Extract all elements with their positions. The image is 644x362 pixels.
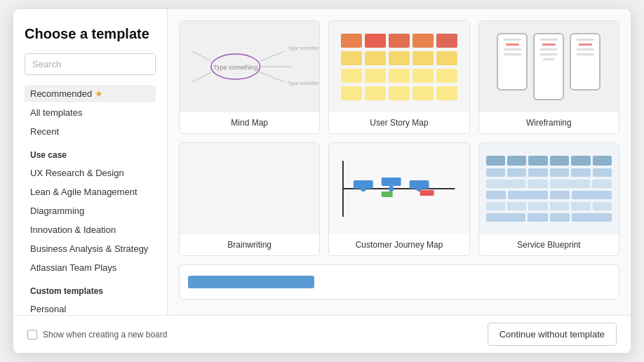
nav-label-ux-research: UX Research & Design bbox=[30, 168, 124, 178]
svg-point-15 bbox=[389, 186, 394, 192]
template-preview-service-blueprint bbox=[479, 143, 619, 234]
nav-item-diagramming[interactable]: Diagramming bbox=[25, 202, 156, 220]
svg-rect-12 bbox=[382, 177, 401, 186]
template-label-brainwriting: Brainwriting bbox=[180, 234, 319, 255]
template-label-service-blueprint: Service Blueprint bbox=[479, 234, 619, 255]
svg-rect-17 bbox=[382, 192, 393, 197]
nav-label-innovation: Innovation & Ideation bbox=[30, 224, 116, 235]
search-input[interactable] bbox=[25, 53, 156, 75]
nav-item-recent[interactable]: Recent bbox=[25, 123, 156, 140]
template-card-wireframing[interactable]: Wireframing bbox=[478, 20, 619, 134]
show-when-creating-checkbox[interactable] bbox=[27, 330, 37, 340]
template-card-mind-map[interactable]: Type something Type something Type somet… bbox=[179, 20, 320, 134]
nav-label-diagramming: Diagramming bbox=[30, 206, 84, 216]
modal-footer: Show when creating a new board Continue … bbox=[13, 315, 631, 353]
nav-label-business-analysis: Business Analysis & Strategy bbox=[30, 243, 148, 254]
nav-item-atlassian[interactable]: Atlassian Team Plays bbox=[25, 259, 156, 276]
nav-label-personal: Personal bbox=[30, 304, 66, 314]
nav-item-lean-agile[interactable]: Lean & Agile Management bbox=[25, 183, 156, 201]
svg-rect-18 bbox=[420, 190, 434, 196]
nav-item-all-templates[interactable]: All templates bbox=[25, 104, 156, 121]
template-card-service-blueprint[interactable]: Service Blueprint bbox=[478, 142, 619, 256]
nav-label-lean-agile: Lean & Agile Management bbox=[30, 187, 137, 197]
svg-text:Type something: Type something bbox=[288, 46, 319, 51]
svg-line-6 bbox=[192, 72, 211, 82]
template-preview-user-story-map bbox=[329, 21, 469, 112]
template-card-user-story-map[interactable]: User Story Map bbox=[328, 20, 469, 134]
nav-item-innovation[interactable]: Innovation & Ideation bbox=[25, 221, 156, 239]
template-label-cjm: Customer Journey Map bbox=[329, 234, 469, 255]
modal-body: Choose a template Recommended ★ All temp… bbox=[13, 9, 631, 315]
choose-template-modal: Choose a template Recommended ★ All temp… bbox=[13, 9, 631, 353]
template-preview-mind-map: Type something Type something Type somet… bbox=[180, 21, 319, 112]
nav-label-recommended: Recommended bbox=[30, 88, 92, 99]
mindmap-svg: Type something Type something Type somet… bbox=[180, 25, 319, 109]
template-card-brainwriting[interactable]: Brainwriting bbox=[179, 142, 320, 256]
modal-title: Choose a template bbox=[25, 26, 156, 42]
star-icon: ★ bbox=[95, 88, 103, 99]
checkbox-label: Show when creating a new board bbox=[43, 330, 167, 340]
nav-item-ux-research[interactable]: UX Research & Design bbox=[25, 164, 156, 182]
svg-line-2 bbox=[260, 51, 285, 61]
template-card-customer-journey-map[interactable]: Customer Journey Map bbox=[328, 142, 469, 256]
sidebar: Choose a template Recommended ★ All temp… bbox=[13, 9, 168, 315]
template-preview-wireframing bbox=[479, 21, 619, 112]
template-label-user-story-map: User Story Map bbox=[329, 112, 469, 133]
nav-item-recommended[interactable]: Recommended ★ bbox=[25, 85, 156, 102]
svg-text:Type something: Type something bbox=[288, 81, 319, 86]
nav-item-personal[interactable]: Personal bbox=[25, 300, 156, 315]
nav-label-all-templates: All templates bbox=[30, 107, 82, 118]
section-label-use-case: Use case bbox=[30, 150, 156, 160]
template-preview-cjm bbox=[329, 143, 469, 234]
template-label-wireframing: Wireframing bbox=[479, 112, 619, 133]
svg-line-5 bbox=[192, 51, 211, 61]
templates-grid: Type something Type something Type somet… bbox=[179, 20, 619, 256]
continue-without-template-button[interactable]: Continue without template bbox=[488, 323, 617, 346]
template-preview-brainwriting bbox=[180, 143, 319, 234]
svg-line-4 bbox=[260, 72, 285, 82]
partial-bar bbox=[188, 276, 314, 288]
nav-label-recent: Recent bbox=[30, 126, 59, 137]
nav-item-business-analysis[interactable]: Business Analysis & Strategy bbox=[25, 240, 156, 257]
section-label-custom-templates: Custom templates bbox=[30, 286, 156, 296]
footer-left: Show when creating a new board bbox=[27, 330, 167, 340]
content-area: Type something Type something Type somet… bbox=[168, 9, 631, 315]
svg-point-14 bbox=[361, 186, 366, 192]
template-label-mind-map: Mind Map bbox=[180, 112, 319, 133]
svg-text:Type something: Type something bbox=[213, 64, 257, 71]
nav-label-atlassian: Atlassian Team Plays bbox=[30, 262, 116, 273]
template-card-partial[interactable] bbox=[179, 264, 619, 300]
cjm-svg bbox=[329, 147, 469, 231]
